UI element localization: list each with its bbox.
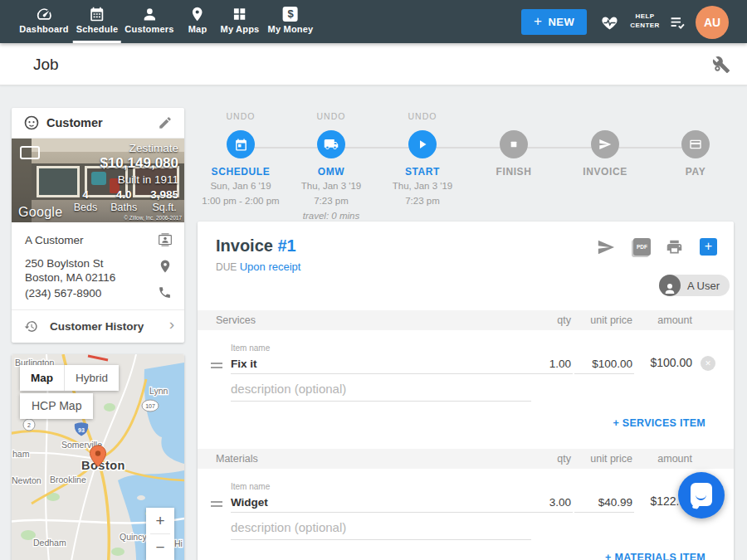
map-card: 2 107 93 Burlington Lynn Somerville ham … <box>12 354 184 560</box>
service-unit-price-input[interactable]: $100.00 <box>592 358 632 370</box>
invoice-card: Invoice #1 DUE Upon receipt PDF + A User… <box>198 222 734 560</box>
page-title: Job <box>33 43 59 85</box>
undo-schedule-link[interactable]: UNDO <box>195 111 286 122</box>
step-label: SCHEDULE <box>195 166 286 178</box>
drag-handle[interactable] <box>211 363 222 369</box>
beds-label: Beds <box>74 202 98 213</box>
step-label: PAY <box>650 166 741 178</box>
service-amount: $100.00 <box>650 356 692 369</box>
undo-omw-link[interactable]: UNDO <box>286 111 377 122</box>
chat-bubble-icon <box>691 483 712 506</box>
chat-fab-button[interactable] <box>678 472 725 519</box>
nav-item-dashboard[interactable]: Dashboard <box>19 0 68 43</box>
list-check-icon[interactable] <box>669 14 686 31</box>
invoice-due: DUE Upon receipt <box>216 261 300 273</box>
material-qty-input[interactable]: 3.00 <box>549 496 571 509</box>
start-step-icon[interactable] <box>408 130 437 158</box>
contact-card-icon[interactable] <box>158 232 173 247</box>
dashboard-icon <box>36 6 52 22</box>
step-label: OMW <box>286 166 377 178</box>
hybrid-view-button[interactable]: Hybrid <box>65 365 119 391</box>
pdf-icon[interactable]: PDF <box>633 238 651 256</box>
new-button[interactable]: + NEW <box>521 9 587 35</box>
amount-column-header: amount <box>657 314 692 326</box>
customer-face-icon <box>23 114 40 131</box>
zestimate-value: $10,149,080 <box>74 155 178 172</box>
add-materials-item-link[interactable]: + MATERIALS ITEM <box>605 552 706 560</box>
map-label-waltham: ham <box>12 449 30 459</box>
finish-step-icon[interactable] <box>500 130 528 158</box>
material-item-name-input[interactable]: Widget <box>231 496 268 509</box>
hcp-map-button[interactable]: HCP Map <box>20 393 93 419</box>
pay-step-icon[interactable] <box>681 130 710 158</box>
map-view-button[interactable]: Map <box>20 365 64 391</box>
map-label-quincy: Quincy <box>120 532 147 542</box>
undo-start-link[interactable]: UNDO <box>377 111 468 122</box>
input-underline <box>231 539 531 540</box>
add-invoice-button[interactable]: + <box>700 238 717 256</box>
service-qty-input[interactable]: 1.00 <box>549 358 571 370</box>
new-button-label: NEW <box>548 16 574 28</box>
assigned-user-chip[interactable]: A User <box>659 275 730 296</box>
drag-handle[interactable] <box>211 501 222 508</box>
input-underline <box>574 373 634 374</box>
nav-item-schedule[interactable]: Schedule <box>76 0 119 43</box>
step-invoice: INVOICE <box>559 111 651 178</box>
send-invoice-icon[interactable] <box>597 238 615 256</box>
step-date: Sun, Jan 6 '19 <box>195 180 286 192</box>
map-pin-icon <box>189 6 206 22</box>
nav-label: Map <box>188 24 208 34</box>
invoice-step-icon[interactable] <box>591 130 619 158</box>
service-description-input[interactable]: description (optional) <box>231 382 346 396</box>
unit-price-column-header: unit price <box>590 314 632 326</box>
location-pin-icon[interactable] <box>158 259 173 274</box>
nav-item-my-money[interactable]: $ My Money <box>268 0 314 43</box>
edit-pencil-icon[interactable] <box>158 115 173 130</box>
zestimate-overlay: Zestimate $10,149,080 Built in 1911 4Bed… <box>74 142 178 213</box>
property-photo: Zestimate $10,149,080 Built in 1911 4Bed… <box>12 139 184 222</box>
phone-icon[interactable] <box>158 285 173 300</box>
zoom-in-button[interactable]: + <box>146 508 174 533</box>
help-line2: CENTER <box>630 22 659 29</box>
user-avatar[interactable]: AU <box>696 6 729 39</box>
nav-item-customers[interactable]: Customers <box>124 0 173 43</box>
customer-address-line2: Boston, MA 02116 <box>25 271 115 284</box>
nav-item-map[interactable]: Map <box>188 0 208 43</box>
qty-column-header: qty <box>557 453 571 465</box>
baths-value: 4.0 <box>110 188 137 201</box>
services-header-band: Services qty unit price amount <box>198 310 734 330</box>
map-label-brookline: Brookline <box>50 475 86 485</box>
customer-history-row[interactable]: Customer History › <box>12 310 184 343</box>
material-unit-price-input[interactable]: $40.99 <box>598 496 632 509</box>
step-pay: PAY <box>650 111 741 178</box>
delete-service-item-button[interactable]: ✕ <box>701 356 715 371</box>
print-icon[interactable] <box>666 238 684 256</box>
input-underline <box>574 512 634 513</box>
step-date: Thu, Jan 3 '19 <box>377 180 468 192</box>
i93-shield: 93 <box>78 427 85 433</box>
zoom-out-button[interactable]: − <box>146 534 174 560</box>
schedule-step-icon[interactable] <box>227 130 255 158</box>
add-services-item-link[interactable]: + SERVICES ITEM <box>613 417 706 429</box>
qty-column-header: qty <box>557 314 571 326</box>
materials-header-band: Materials qty unit price amount <box>198 449 734 469</box>
step-finish: FINISH <box>468 111 559 178</box>
customer-card-header: Customer <box>12 108 184 139</box>
service-item-name-input[interactable]: Fix it <box>231 358 257 370</box>
step-time: 7:23 pm <box>286 195 377 207</box>
item-name-label: Item name <box>231 482 270 491</box>
omw-step-icon[interactable] <box>317 130 345 158</box>
due-value-link[interactable]: Upon receipt <box>240 261 301 273</box>
heart-pulse-icon[interactable] <box>601 14 618 31</box>
invoice-number: #1 <box>277 236 295 255</box>
expand-photo-icon[interactable] <box>20 146 40 159</box>
money-icon: $ <box>282 6 299 22</box>
customer-name: A Customer <box>25 234 84 246</box>
nav-item-my-apps[interactable]: My Apps <box>221 0 260 43</box>
material-description-input[interactable]: description (optional) <box>231 520 346 534</box>
sqft-label: Sq.ft. <box>150 202 178 213</box>
job-tools-icon[interactable] <box>712 56 730 74</box>
help-center-link[interactable]: HELP CENTER <box>627 12 662 30</box>
step-start: UNDO START Thu, Jan 3 '19 7:23 pm <box>377 111 468 207</box>
step-time: 1:00 pm - 2:00 pm <box>195 195 286 207</box>
